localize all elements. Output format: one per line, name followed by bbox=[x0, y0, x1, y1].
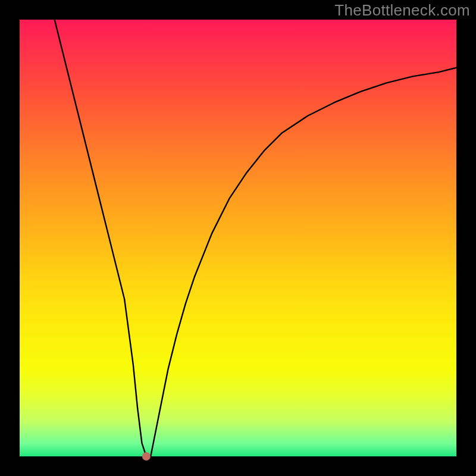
curve-svg bbox=[20, 20, 456, 456]
bottleneck-curve bbox=[55, 20, 456, 456]
watermark: TheBottleneck.com bbox=[334, 1, 470, 20]
chart-stage: TheBottleneck.com bbox=[0, 0, 476, 476]
plot-area bbox=[20, 20, 456, 456]
optimum-marker bbox=[142, 452, 151, 461]
